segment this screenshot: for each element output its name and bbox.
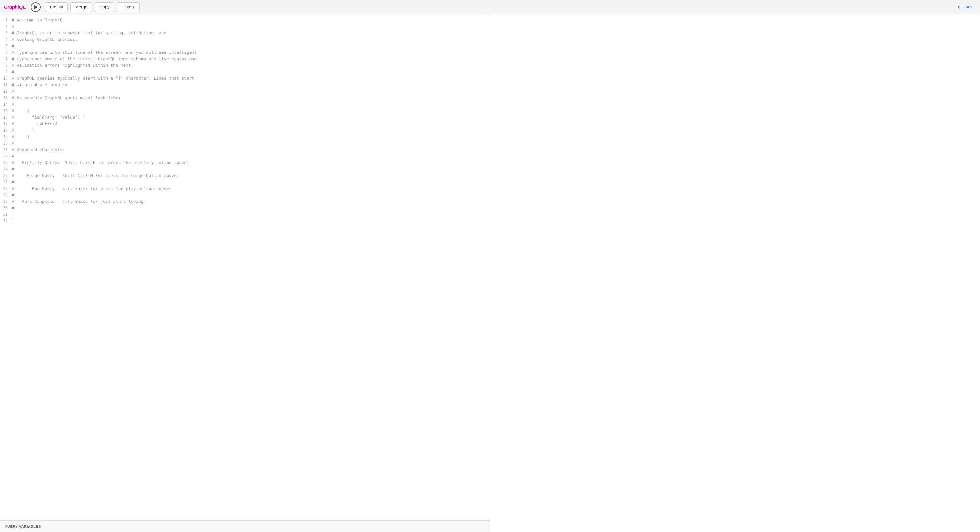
- line-content: # Type queries into this side of the scr…: [12, 49, 490, 56]
- line-number: 3: [0, 30, 12, 36]
- table-row: 6# Type queries into this side of the sc…: [0, 49, 490, 56]
- line-content: #: [12, 140, 490, 146]
- line-content: [12, 218, 490, 224]
- line-content: #: [12, 101, 490, 108]
- line-number: 23: [0, 159, 12, 166]
- table-row: 11# with a # are ignored.: [0, 82, 490, 88]
- line-number: 12: [0, 88, 12, 95]
- line-content: # field(arg: "value") {: [12, 114, 490, 121]
- table-row: 30#: [0, 205, 490, 211]
- table-row: 26#: [0, 179, 490, 185]
- line-number: 11: [0, 82, 12, 88]
- table-row: 15# {: [0, 108, 490, 114]
- line-content: # Auto Complete: Ctrl-Space (or just sta…: [12, 198, 490, 205]
- app-title: GraphiQL: [4, 4, 25, 10]
- line-content: # testing GraphQL queries.: [12, 36, 490, 43]
- line-number: 4: [0, 36, 12, 43]
- table-row: 19# }: [0, 133, 490, 140]
- table-row: 2#: [0, 23, 490, 30]
- line-number: 32: [0, 218, 12, 224]
- line-number: 8: [0, 62, 12, 69]
- line-number: 21: [0, 146, 12, 153]
- table-row: 4# testing GraphQL queries.: [0, 36, 490, 43]
- main-container: 1# Welcome to GraphiQL2#3# GraphiQL is a…: [0, 14, 980, 532]
- line-content: # An example GraphQL query might look li…: [12, 95, 490, 101]
- line-number: 17: [0, 121, 12, 127]
- docs-label: Docs: [963, 5, 972, 10]
- table-row: 17# subField: [0, 121, 490, 127]
- table-row: 1# Welcome to GraphiQL: [0, 17, 490, 23]
- line-content: # Run Query: Ctrl-Enter (or press the pl…: [12, 185, 490, 192]
- history-button[interactable]: History: [117, 2, 139, 12]
- table-row: 13# An example GraphQL query might look …: [0, 95, 490, 101]
- toolbar: GraphiQL Prettify Merge Copy History Doc…: [0, 0, 980, 14]
- table-row: 24#: [0, 166, 490, 172]
- line-content: #: [12, 69, 490, 75]
- chevron-left-icon: [958, 5, 961, 9]
- query-variables-bar[interactable]: QUERY VARIABLES: [0, 520, 490, 532]
- editor-pane: 1# Welcome to GraphiQL2#3# GraphiQL is a…: [0, 14, 490, 532]
- line-content: #: [12, 166, 490, 172]
- table-row: 10# GraphQL queries typically start with…: [0, 75, 490, 82]
- line-number: 29: [0, 198, 12, 205]
- line-number: 6: [0, 49, 12, 56]
- line-content: # GraphQL queries typically start with a…: [12, 75, 490, 82]
- table-row: 20#: [0, 140, 490, 146]
- line-number: 26: [0, 179, 12, 185]
- line-number: 10: [0, 75, 12, 82]
- line-content: # subField: [12, 121, 490, 127]
- line-number: 19: [0, 133, 12, 140]
- line-number: 2: [0, 23, 12, 30]
- table-row: 25# Merge Query: Shift-Ctrl-M (or press …: [0, 172, 490, 179]
- table-row: 28#: [0, 192, 490, 198]
- line-content: # {: [12, 108, 490, 114]
- line-number: 5: [0, 43, 12, 49]
- table-row: 3# GraphiQL is an in-browser tool for wr…: [0, 30, 490, 36]
- table-row: 21# Keyboard shortcuts:: [0, 146, 490, 153]
- line-content: # Welcome to GraphiQL: [12, 17, 490, 23]
- run-button[interactable]: [31, 2, 40, 12]
- line-content: # typeaheads aware of the current GraphQ…: [12, 56, 490, 62]
- line-content: # with a # are ignored.: [12, 82, 490, 88]
- line-content: #: [12, 88, 490, 95]
- copy-button[interactable]: Copy: [95, 2, 114, 12]
- line-number: 1: [0, 17, 12, 23]
- table-row: 5#: [0, 43, 490, 49]
- response-pane: [490, 14, 980, 532]
- line-content: #: [12, 205, 490, 211]
- line-number: 13: [0, 95, 12, 101]
- line-number: 15: [0, 108, 12, 114]
- line-content: # Keyboard shortcuts:: [12, 146, 490, 153]
- line-number: 25: [0, 172, 12, 179]
- line-content: # Merge Query: Shift-Ctrl-M (or press th…: [12, 172, 490, 179]
- table-row: 16# field(arg: "value") {: [0, 114, 490, 121]
- table-row: 23# Prettify Query: Shift-Ctrl-P (or pre…: [0, 159, 490, 166]
- docs-button[interactable]: Docs: [955, 2, 976, 12]
- line-number: 30: [0, 205, 12, 211]
- line-number: 9: [0, 69, 12, 75]
- table-row: 27# Run Query: Ctrl-Enter (or press the …: [0, 185, 490, 192]
- line-number: 27: [0, 185, 12, 192]
- query-variables-label: QUERY VARIABLES: [5, 524, 41, 529]
- line-content: #: [12, 23, 490, 30]
- line-number: 18: [0, 127, 12, 133]
- line-number: 31: [0, 211, 12, 218]
- line-content: #: [12, 153, 490, 159]
- line-content: #: [12, 192, 490, 198]
- code-area[interactable]: 1# Welcome to GraphiQL2#3# GraphiQL is a…: [0, 14, 490, 520]
- table-row: 29# Auto Complete: Ctrl-Space (or just s…: [0, 198, 490, 205]
- line-number: 28: [0, 192, 12, 198]
- line-number: 14: [0, 101, 12, 108]
- line-content: # }: [12, 127, 490, 133]
- line-content: # validation errors highlighted within t…: [12, 62, 490, 69]
- table-row: 9#: [0, 69, 490, 75]
- line-number: 16: [0, 114, 12, 121]
- prettify-button[interactable]: Prettify: [45, 2, 68, 12]
- merge-button[interactable]: Merge: [70, 2, 92, 12]
- table-row: 32: [0, 218, 490, 224]
- line-number: 24: [0, 166, 12, 172]
- line-content: #: [12, 179, 490, 185]
- line-number: 20: [0, 140, 12, 146]
- table-row: 31: [0, 211, 490, 218]
- line-content: # Prettify Query: Shift-Ctrl-P (or press…: [12, 159, 490, 166]
